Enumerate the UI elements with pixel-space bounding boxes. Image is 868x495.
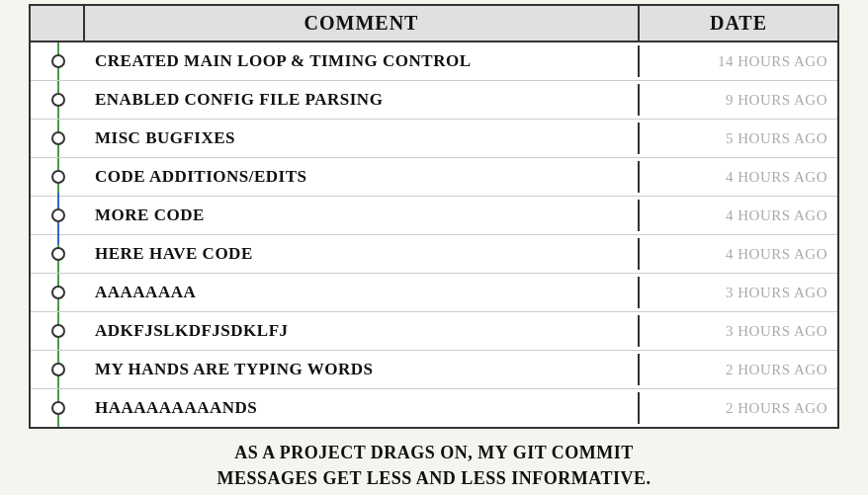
- commit-bullet: [51, 208, 65, 222]
- table-body: CREATED MAIN LOOP & TIMING CONTROL 14 HO…: [31, 42, 837, 427]
- main-container: COMMENT DATE CREATED MAIN LOOP & TIMING …: [29, 4, 839, 490]
- bullet-cell: [31, 351, 85, 388]
- bullet-cell: [31, 120, 85, 157]
- table-row: AAAAAAAA 3 HOURS AGO: [31, 274, 837, 312]
- table-row: ADKFJSLKDFJSDKLFJ 3 HOURS AGO: [31, 312, 837, 351]
- table-row: MY HANDS ARE TYPING WORDS 2 HOURS AGO: [31, 351, 837, 389]
- table-row: CREATED MAIN LOOP & TIMING CONTROL 14 HO…: [31, 42, 837, 81]
- bullet-cell: [31, 81, 85, 119]
- commit-comment: ADKFJSLKDFJSDKLFJ: [85, 315, 640, 347]
- commit-date: 2 HOURS AGO: [640, 394, 837, 423]
- commit-date: 3 HOURS AGO: [640, 317, 837, 346]
- commit-date: 4 HOURS AGO: [640, 202, 837, 230]
- commit-bullet: [51, 401, 65, 415]
- commit-date: 9 HOURS AGO: [640, 86, 837, 115]
- table-row: HAAAAAAAAANDS 2 HOURS AGO: [31, 389, 837, 427]
- table-row: MORE CODE 4 HOURS AGO: [31, 197, 837, 235]
- commit-bullet: [51, 54, 65, 68]
- commit-bullet: [51, 286, 65, 299]
- table-row: CODE ADDITIONS/EDITS 4 HOURS AGO: [31, 158, 837, 197]
- commit-comment: MISC BUGFIXES: [85, 123, 640, 154]
- commit-date: 5 HOURS AGO: [640, 124, 837, 153]
- comment-header: COMMENT: [85, 6, 640, 41]
- commit-bullet: [51, 247, 65, 261]
- commit-comment: HAAAAAAAAANDS: [85, 392, 640, 424]
- commit-bullet: [51, 131, 65, 145]
- commit-comment: ENABLED CONFIG FILE PARSING: [85, 84, 640, 116]
- commit-bullet: [51, 324, 65, 338]
- table-row: HERE HAVE CODE 4 HOURS AGO: [31, 235, 837, 274]
- commit-bullet: [51, 363, 65, 376]
- commit-comment: MY HANDS ARE TYPING WORDS: [85, 354, 640, 385]
- bullet-cell: [31, 274, 85, 311]
- table-header: COMMENT DATE: [31, 6, 837, 42]
- bullet-cell: [31, 389, 85, 427]
- commit-comment: CODE ADDITIONS/EDITS: [85, 161, 640, 193]
- commit-date: 14 HOURS AGO: [640, 47, 837, 76]
- table-row: MISC BUGFIXES 5 HOURS AGO: [31, 120, 837, 158]
- commit-comment: MORE CODE: [85, 200, 640, 231]
- commit-table: COMMENT DATE CREATED MAIN LOOP & TIMING …: [29, 4, 839, 429]
- bullet-header-spacer: [31, 6, 85, 41]
- commit-date: 4 HOURS AGO: [640, 240, 837, 269]
- commit-comment: AAAAAAAA: [85, 277, 640, 308]
- table-row: ENABLED CONFIG FILE PARSING 9 HOURS AGO: [31, 81, 837, 120]
- commit-date: 4 HOURS AGO: [640, 163, 837, 192]
- commit-comment: CREATED MAIN LOOP & TIMING CONTROL: [85, 45, 640, 77]
- bullet-cell: [31, 158, 85, 196]
- commit-bullet: [51, 93, 65, 107]
- commit-bullet: [51, 170, 65, 184]
- date-header: DATE: [640, 6, 837, 41]
- bullet-cell: [31, 42, 85, 80]
- commit-date: 3 HOURS AGO: [640, 279, 837, 307]
- commit-comment: HERE HAVE CODE: [85, 238, 640, 270]
- commit-date: 2 HOURS AGO: [640, 356, 837, 384]
- bullet-cell: [31, 312, 85, 350]
- caption: AS A PROJECT DRAGS ON, MY GIT COMMITMESS…: [217, 441, 651, 490]
